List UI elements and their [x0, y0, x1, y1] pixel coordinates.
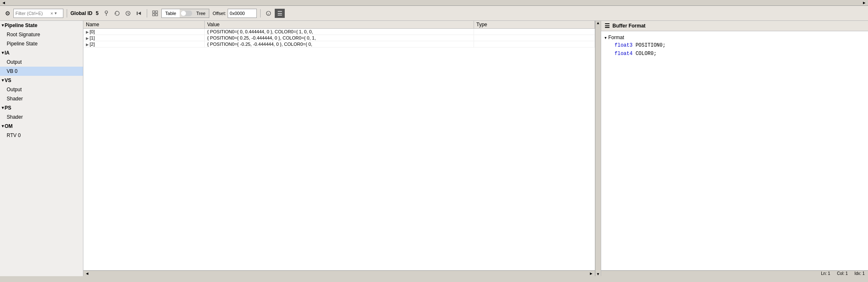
pin-icon[interactable] — [102, 9, 111, 18]
sidebar-section-pipeline-state[interactable]: ▾ Pipeline State — [0, 21, 83, 30]
svg-rect-3 — [137, 12, 138, 15]
table-cell-type — [474, 29, 595, 35]
table-scroll-area[interactable]: Name Value Type ▶[0]{ POSITION0={ 0, 0.4… — [83, 21, 595, 270]
global-id-label: Global ID — [70, 10, 93, 16]
code-name-1: POSITION0; — [635, 42, 665, 48]
status-ln: Ln: 1 — [821, 271, 830, 276]
table-row[interactable]: ▶[1]{ POSITION0={ 0.25, -0.444444, 0 }, … — [83, 35, 595, 41]
svg-marker-4 — [138, 12, 141, 15]
ps-label: PS — [5, 104, 11, 112]
filter-clear-icon[interactable]: × — [50, 11, 53, 16]
ps-arrow: ▾ — [2, 104, 4, 112]
format-header[interactable]: ▾ Format — [605, 34, 865, 41]
col-header-value: Value — [204, 21, 474, 29]
sidebar-section-ia[interactable]: ▾ IA — [0, 48, 83, 57]
svg-point-0 — [105, 11, 108, 13]
row-expand-arrow[interactable]: ▶ — [86, 30, 89, 34]
center-scroll-right-arrow[interactable]: ► — [589, 271, 593, 276]
sidebar-item-vs-output[interactable]: Output — [0, 85, 83, 94]
table-cell-type — [474, 35, 595, 41]
sidebar-section-vs[interactable]: ▾ VS — [0, 76, 83, 85]
filter-dropdown-icon[interactable]: ▾ — [55, 11, 57, 15]
filter-input[interactable] — [15, 11, 49, 16]
om-label: OM — [5, 122, 13, 130]
hamburger-icon[interactable]: ☰ — [605, 22, 610, 29]
center-vert-scroll[interactable]: ▲ ▼ — [595, 21, 601, 276]
col-header-type: Type — [474, 21, 595, 29]
center-pane-inner: Name Value Type ▶[0]{ POSITION0={ 0, 0.4… — [83, 21, 601, 276]
code-name-2: COLOR0; — [635, 51, 656, 57]
format-arrow: ▾ — [605, 35, 607, 40]
separator-1 — [67, 9, 67, 17]
sidebar-item-pipeline-state[interactable]: Pipeline State — [0, 39, 83, 48]
sidebar-section-ps[interactable]: ▾ PS — [0, 103, 83, 112]
table-cell-value: { POSITION0={ 0.25, -0.444444, 0 }, COLO… — [204, 35, 474, 41]
top-scroll-left-arrow[interactable]: ◄ — [2, 0, 6, 5]
vs-label: VS — [5, 77, 11, 84]
sidebar-item-ps-shader[interactable]: Shader — [0, 112, 83, 122]
sidebar-item-rtv0[interactable]: RTV 0 — [0, 131, 83, 140]
row-expand-arrow[interactable]: ▶ — [86, 42, 89, 47]
offset-label: Offset: — [213, 11, 226, 16]
sidebar-item-ia-output[interactable]: Output — [0, 57, 83, 67]
pipeline-state-arrow: ▾ — [2, 22, 4, 29]
main-content: ▾ Pipeline State Root Signature Pipeline… — [0, 21, 868, 276]
svg-rect-5 — [153, 11, 155, 13]
sidebar-section-om[interactable]: ▾ OM — [0, 122, 83, 131]
toolbar: ⚙ × ▾ Global ID 5 — [0, 6, 868, 21]
vs-arrow: ▾ — [2, 77, 4, 84]
table-cell-name: ▶[2] — [83, 41, 204, 47]
format-label: Format — [608, 35, 624, 40]
buffer-format-body: ▾ Format float3 POSITION0; float4 COLOR0… — [601, 31, 868, 270]
data-table: Name Value Type ▶[0]{ POSITION0={ 0, 0.4… — [83, 21, 595, 47]
gear-icon[interactable]: ⚙ — [3, 9, 12, 17]
code-type-2: float4 — [615, 51, 632, 57]
global-id-value: 5 — [96, 10, 99, 16]
code-line-1: float3 POSITION0; — [605, 41, 865, 50]
top-scroll-right-arrow[interactable]: ► — [862, 0, 866, 5]
format-section: ▾ Format float3 POSITION0; float4 COLOR0… — [601, 33, 868, 59]
table-cell-value: { POSITION0={ 0, 0.444444, 0 }, COLOR0={… — [204, 29, 474, 35]
code-type-1: float3 — [615, 42, 632, 48]
vert-scroll-up[interactable]: ▲ — [596, 21, 600, 25]
grid-icon[interactable] — [151, 9, 160, 18]
center-bottom-scrollbar: ◄ ► — [83, 270, 595, 276]
separator-3 — [260, 9, 261, 17]
status-col: Col: 1 — [837, 271, 848, 276]
row-expand-arrow[interactable]: ▶ — [86, 36, 89, 40]
sidebar-item-vb0[interactable]: VB 0 — [0, 67, 83, 76]
center-scroll-left-arrow[interactable]: ◄ — [85, 271, 89, 276]
tree-toggle[interactable]: Tree — [193, 9, 209, 17]
svg-text:i: i — [268, 12, 269, 16]
table-toggle[interactable]: Table — [162, 9, 179, 17]
vert-scroll-down[interactable]: ▼ — [596, 272, 600, 276]
code-line-2: float4 COLOR0; — [605, 50, 865, 58]
filter-box: × ▾ — [13, 9, 63, 18]
info-icon[interactable]: i — [264, 9, 273, 18]
right-pane-status: Ln: 1 Col: 1 Idx: 1 — [601, 270, 868, 276]
buffer-format-header: ☰ Buffer Format — [601, 21, 868, 31]
table-tree-toggle: Table Tree — [161, 9, 209, 18]
table-tree-switch[interactable] — [181, 10, 192, 16]
top-scrollbar: ◄ ► — [0, 0, 868, 6]
table-row[interactable]: ▶[2]{ POSITION0={ -0.25, -0.444444, 0 },… — [83, 41, 595, 47]
status-idx: Idx: 1 — [855, 271, 865, 276]
buffer-format-title: Buffer Format — [612, 23, 645, 29]
offset-input[interactable] — [228, 9, 257, 18]
sidebar: ▾ Pipeline State Root Signature Pipeline… — [0, 21, 83, 276]
right-pane: ☰ Buffer Format ▾ Format float3 POSITION… — [601, 21, 868, 276]
table-header-row: Name Value Type — [83, 21, 595, 29]
pipeline-state-label: Pipeline State — [5, 22, 38, 29]
sidebar-item-vs-shader[interactable]: Shader — [0, 94, 83, 103]
svg-rect-8 — [156, 14, 158, 16]
refresh-icon[interactable] — [113, 9, 122, 18]
separator-2 — [147, 9, 147, 17]
sidebar-item-root-signature[interactable]: Root Signature — [0, 30, 83, 39]
menu-icon[interactable]: ☰ — [275, 9, 285, 18]
svg-rect-7 — [153, 14, 155, 16]
table-cell-value: { POSITION0={ -0.25, -0.444444, 0 }, COL… — [204, 41, 474, 47]
history-icon[interactable] — [123, 9, 133, 18]
skip-back-icon[interactable] — [134, 9, 143, 18]
table-row[interactable]: ▶[0]{ POSITION0={ 0, 0.444444, 0 }, COLO… — [83, 29, 595, 35]
switch-knob — [181, 11, 186, 16]
